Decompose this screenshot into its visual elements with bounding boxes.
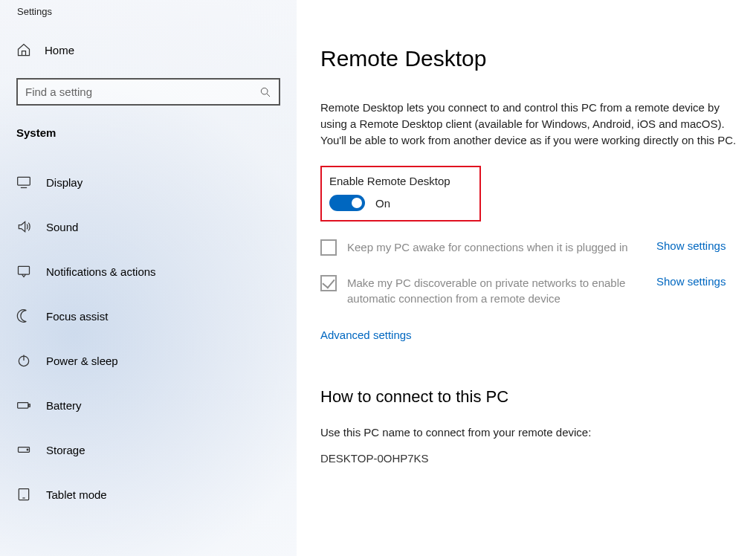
nav-label: Sound — [46, 221, 78, 233]
toggle-state: On — [375, 197, 390, 210]
nav-item-tablet-mode[interactable]: Tablet mode — [0, 472, 297, 517]
tablet-icon — [16, 487, 31, 502]
storage-icon — [16, 442, 31, 457]
app-title: Settings — [0, 0, 297, 17]
nav-item-battery[interactable]: Battery — [0, 383, 297, 427]
discoverable-show-settings-link[interactable]: Show settings — [656, 275, 726, 288]
svg-rect-8 — [29, 404, 30, 407]
nav-label: Focus assist — [46, 310, 108, 323]
page-title: Remote Desktop — [320, 46, 737, 71]
focus-assist-icon — [16, 308, 31, 323]
nav-item-power-sleep[interactable]: Power & sleep — [0, 338, 297, 383]
enable-remote-desktop-toggle[interactable] — [329, 195, 365, 211]
notifications-icon — [16, 264, 31, 279]
connect-heading: How to connect to this PC — [320, 387, 737, 407]
svg-line-1 — [267, 94, 270, 97]
home-icon — [16, 42, 31, 57]
svg-rect-4 — [19, 266, 30, 274]
search-wrap — [16, 78, 280, 106]
home-label: Home — [45, 44, 74, 56]
svg-rect-2 — [18, 177, 30, 185]
option-keep-awake: Keep my PC awake for connections when it… — [320, 239, 737, 256]
option-discoverable: Make my PC discoverable on private netwo… — [320, 275, 737, 306]
svg-rect-7 — [18, 403, 28, 409]
search-icon — [258, 85, 273, 100]
nav-item-notifications[interactable]: Notifications & actions — [0, 249, 297, 294]
main-content: Remote Desktop Remote Desktop lets you c… — [297, 0, 756, 556]
advanced-settings-link[interactable]: Advanced settings — [320, 329, 412, 341]
search-box[interactable] — [16, 78, 280, 106]
nav-item-focus-assist[interactable]: Focus assist — [0, 294, 297, 338]
nav-label: Tablet mode — [46, 488, 107, 501]
nav-item-sound[interactable]: Sound — [0, 204, 297, 249]
nav-label: Power & sleep — [46, 355, 118, 367]
sound-icon — [16, 219, 31, 234]
page-intro: Remote Desktop lets you connect to and c… — [320, 100, 737, 148]
display-icon — [16, 175, 31, 190]
keep-awake-show-settings-link[interactable]: Show settings — [656, 239, 726, 252]
discoverable-text: Make my PC discoverable on private netwo… — [347, 275, 643, 306]
svg-point-0 — [261, 88, 268, 94]
svg-point-10 — [27, 449, 28, 450]
power-icon — [16, 353, 31, 368]
keep-awake-text: Keep my PC awake for connections when it… — [347, 239, 643, 255]
nav-label: Notifications & actions — [46, 265, 156, 278]
nav-list: Display Sound Notifications & actions Fo… — [0, 160, 297, 517]
nav-item-display[interactable]: Display — [0, 160, 297, 204]
enable-remote-desktop-highlight: Enable Remote Desktop On — [320, 166, 481, 222]
nav-label: Battery — [46, 399, 82, 412]
nav-label: Display — [46, 176, 83, 189]
discoverable-checkbox[interactable] — [320, 275, 337, 291]
battery-icon — [16, 398, 31, 413]
section-title: System — [0, 106, 297, 139]
toggle-label: Enable Remote Desktop — [329, 175, 471, 187]
pc-name-value: DESKTOP-0OHP7KS — [320, 452, 737, 465]
nav-item-storage[interactable]: Storage — [0, 427, 297, 472]
search-input[interactable] — [25, 85, 258, 98]
keep-awake-checkbox[interactable] — [320, 239, 337, 256]
connect-text: Use this PC name to connect from your re… — [320, 426, 737, 439]
toggle-row: On — [329, 195, 471, 211]
sidebar: Settings Home System Display Sound — [0, 0, 297, 556]
nav-label: Storage — [46, 444, 85, 456]
toggle-knob — [352, 198, 362, 208]
home-nav[interactable]: Home — [0, 17, 297, 57]
